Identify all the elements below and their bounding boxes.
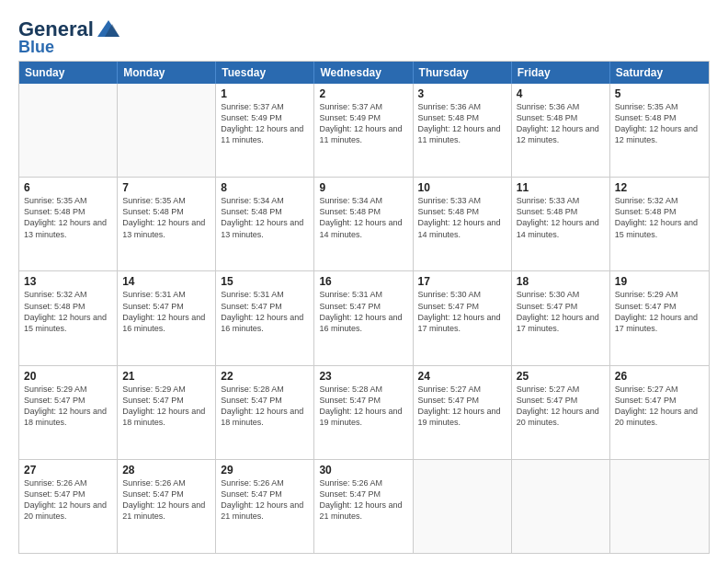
day-number: 29	[221, 464, 309, 477]
day-cell-11: 11Sunrise: 5:33 AM Sunset: 5:48 PM Dayli…	[512, 178, 610, 270]
day-number: 18	[517, 275, 605, 288]
day-number: 10	[418, 181, 506, 194]
day-info: Sunrise: 5:28 AM Sunset: 5:47 PM Dayligh…	[319, 384, 407, 429]
day-number: 27	[24, 464, 112, 477]
day-info: Sunrise: 5:33 AM Sunset: 5:48 PM Dayligh…	[418, 195, 506, 240]
empty-cell-4-5	[512, 460, 610, 553]
empty-cell-0-1	[118, 84, 216, 177]
calendar-row-2: 6Sunrise: 5:35 AM Sunset: 5:48 PM Daylig…	[19, 177, 709, 270]
day-cell-18: 18Sunrise: 5:30 AM Sunset: 5:47 PM Dayli…	[512, 271, 610, 364]
logo-icon	[96, 17, 121, 42]
day-number: 15	[221, 275, 309, 288]
day-cell-26: 26Sunrise: 5:27 AM Sunset: 5:47 PM Dayli…	[610, 366, 709, 459]
day-info: Sunrise: 5:29 AM Sunset: 5:47 PM Dayligh…	[122, 384, 210, 429]
day-info: Sunrise: 5:26 AM Sunset: 5:47 PM Dayligh…	[122, 477, 210, 523]
day-info: Sunrise: 5:27 AM Sunset: 5:47 PM Dayligh…	[615, 384, 704, 429]
day-cell-1: 1Sunrise: 5:37 AM Sunset: 5:49 PM Daylig…	[216, 84, 314, 177]
day-number: 13	[24, 275, 112, 288]
day-cell-13: 13Sunrise: 5:32 AM Sunset: 5:48 PM Dayli…	[19, 271, 118, 364]
day-info: Sunrise: 5:32 AM Sunset: 5:48 PM Dayligh…	[615, 195, 704, 240]
header-day-wednesday: Wednesday	[314, 62, 413, 84]
day-number: 5	[615, 87, 704, 100]
day-number: 26	[615, 370, 704, 383]
header-day-thursday: Thursday	[414, 62, 512, 84]
day-cell-8: 8Sunrise: 5:34 AM Sunset: 5:48 PM Daylig…	[216, 178, 314, 270]
day-number: 22	[221, 370, 309, 383]
day-number: 11	[517, 181, 605, 194]
empty-cell-0-0	[19, 84, 118, 177]
day-cell-3: 3Sunrise: 5:36 AM Sunset: 5:48 PM Daylig…	[414, 84, 512, 177]
day-number: 19	[615, 275, 704, 288]
day-number: 4	[517, 87, 605, 100]
day-number: 17	[418, 275, 506, 288]
calendar-header: SundayMondayTuesdayWednesdayThursdayFrid…	[19, 62, 709, 84]
day-cell-22: 22Sunrise: 5:28 AM Sunset: 5:47 PM Dayli…	[216, 366, 314, 459]
header-day-friday: Friday	[512, 62, 610, 84]
day-number: 8	[221, 181, 309, 194]
day-cell-24: 24Sunrise: 5:27 AM Sunset: 5:47 PM Dayli…	[414, 366, 512, 459]
day-info: Sunrise: 5:31 AM Sunset: 5:47 PM Dayligh…	[319, 289, 407, 334]
calendar: SundayMondayTuesdayWednesdayThursdayFrid…	[18, 61, 710, 554]
day-info: Sunrise: 5:30 AM Sunset: 5:47 PM Dayligh…	[418, 289, 506, 334]
day-info: Sunrise: 5:29 AM Sunset: 5:47 PM Dayligh…	[24, 384, 112, 429]
logo-text-general: General	[18, 19, 94, 40]
day-info: Sunrise: 5:29 AM Sunset: 5:47 PM Dayligh…	[615, 289, 704, 334]
day-info: Sunrise: 5:32 AM Sunset: 5:48 PM Dayligh…	[24, 289, 112, 334]
day-info: Sunrise: 5:26 AM Sunset: 5:47 PM Dayligh…	[221, 477, 309, 523]
header-day-monday: Monday	[118, 62, 216, 84]
day-number: 2	[319, 87, 407, 100]
day-number: 9	[319, 181, 407, 194]
day-number: 30	[319, 464, 407, 477]
day-number: 21	[122, 370, 210, 383]
day-info: Sunrise: 5:37 AM Sunset: 5:49 PM Dayligh…	[319, 101, 407, 146]
day-cell-17: 17Sunrise: 5:30 AM Sunset: 5:47 PM Dayli…	[414, 271, 512, 364]
day-cell-12: 12Sunrise: 5:32 AM Sunset: 5:48 PM Dayli…	[610, 178, 709, 270]
day-number: 28	[122, 464, 210, 477]
day-cell-27: 27Sunrise: 5:26 AM Sunset: 5:47 PM Dayli…	[19, 460, 118, 553]
calendar-row-5: 27Sunrise: 5:26 AM Sunset: 5:47 PM Dayli…	[19, 459, 709, 553]
day-cell-14: 14Sunrise: 5:31 AM Sunset: 5:47 PM Dayli…	[118, 271, 216, 364]
day-info: Sunrise: 5:26 AM Sunset: 5:47 PM Dayligh…	[319, 477, 407, 523]
day-cell-2: 2Sunrise: 5:37 AM Sunset: 5:49 PM Daylig…	[314, 84, 413, 177]
day-info: Sunrise: 5:31 AM Sunset: 5:47 PM Dayligh…	[122, 289, 210, 334]
day-info: Sunrise: 5:30 AM Sunset: 5:47 PM Dayligh…	[517, 289, 605, 334]
day-number: 16	[319, 275, 407, 288]
header-day-sunday: Sunday	[19, 62, 118, 84]
day-info: Sunrise: 5:31 AM Sunset: 5:47 PM Dayligh…	[221, 289, 309, 334]
calendar-row-1: 1Sunrise: 5:37 AM Sunset: 5:49 PM Daylig…	[19, 84, 709, 177]
day-number: 14	[122, 275, 210, 288]
day-cell-9: 9Sunrise: 5:34 AM Sunset: 5:48 PM Daylig…	[314, 178, 413, 270]
day-number: 6	[24, 181, 112, 194]
day-info: Sunrise: 5:34 AM Sunset: 5:48 PM Dayligh…	[221, 195, 309, 240]
day-number: 25	[517, 370, 605, 383]
day-cell-5: 5Sunrise: 5:35 AM Sunset: 5:48 PM Daylig…	[610, 84, 709, 177]
day-number: 20	[24, 370, 112, 383]
day-cell-21: 21Sunrise: 5:29 AM Sunset: 5:47 PM Dayli…	[118, 366, 216, 459]
day-cell-6: 6Sunrise: 5:35 AM Sunset: 5:48 PM Daylig…	[19, 178, 118, 270]
day-cell-19: 19Sunrise: 5:29 AM Sunset: 5:47 PM Dayli…	[610, 271, 709, 364]
day-info: Sunrise: 5:26 AM Sunset: 5:47 PM Dayligh…	[24, 477, 112, 523]
calendar-row-3: 13Sunrise: 5:32 AM Sunset: 5:48 PM Dayli…	[19, 270, 709, 364]
day-info: Sunrise: 5:35 AM Sunset: 5:48 PM Dayligh…	[24, 195, 112, 240]
day-cell-4: 4Sunrise: 5:36 AM Sunset: 5:48 PM Daylig…	[512, 84, 610, 177]
day-info: Sunrise: 5:27 AM Sunset: 5:47 PM Dayligh…	[517, 384, 605, 429]
day-info: Sunrise: 5:37 AM Sunset: 5:49 PM Dayligh…	[221, 101, 309, 146]
day-info: Sunrise: 5:36 AM Sunset: 5:48 PM Dayligh…	[418, 101, 506, 146]
day-info: Sunrise: 5:35 AM Sunset: 5:48 PM Dayligh…	[122, 195, 210, 240]
day-cell-16: 16Sunrise: 5:31 AM Sunset: 5:47 PM Dayli…	[314, 271, 413, 364]
day-cell-25: 25Sunrise: 5:27 AM Sunset: 5:47 PM Dayli…	[512, 366, 610, 459]
day-number: 1	[221, 87, 309, 100]
empty-cell-4-6	[610, 460, 709, 553]
day-cell-23: 23Sunrise: 5:28 AM Sunset: 5:47 PM Dayli…	[314, 366, 413, 459]
day-number: 3	[418, 87, 506, 100]
day-cell-29: 29Sunrise: 5:26 AM Sunset: 5:47 PM Dayli…	[216, 460, 314, 553]
day-info: Sunrise: 5:27 AM Sunset: 5:47 PM Dayligh…	[418, 384, 506, 429]
day-cell-20: 20Sunrise: 5:29 AM Sunset: 5:47 PM Dayli…	[19, 366, 118, 459]
day-number: 24	[418, 370, 506, 383]
day-cell-10: 10Sunrise: 5:33 AM Sunset: 5:48 PM Dayli…	[414, 178, 512, 270]
day-number: 7	[122, 181, 210, 194]
day-cell-30: 30Sunrise: 5:26 AM Sunset: 5:47 PM Dayli…	[314, 460, 413, 553]
header-day-saturday: Saturday	[610, 62, 709, 84]
empty-cell-4-4	[414, 460, 512, 553]
day-cell-15: 15Sunrise: 5:31 AM Sunset: 5:47 PM Dayli…	[216, 271, 314, 364]
